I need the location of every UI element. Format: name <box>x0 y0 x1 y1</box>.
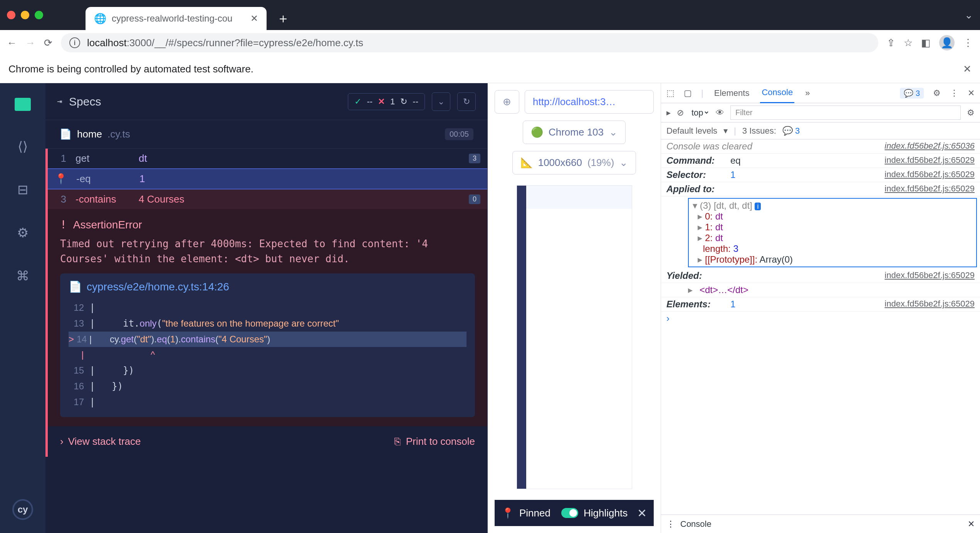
workspace: ⟨⟩ ⊟ ⚙ ⌘ cy ⇥ Specs ✓-- ✕1 ↻-- ⌄ ↻ 📄 hom… <box>0 83 980 533</box>
close-pinned-icon[interactable]: ✕ <box>637 506 647 520</box>
minimize-window-button[interactable] <box>21 11 29 19</box>
console-toolbar: ▸ ⊘ top 👁 Filter ⚙ <box>661 103 980 122</box>
sidebar-settings-icon[interactable]: ⚙ <box>17 225 29 240</box>
console-body: Console was cleared index.fd56be2f.js:65… <box>661 139 980 515</box>
viewport-selector[interactable]: 📐1000x660 (19%) ⌄ <box>512 151 636 174</box>
infobar-text: Chrome is being controlled by automated … <box>8 63 253 75</box>
forward-button[interactable]: → <box>25 37 35 49</box>
info-icon[interactable]: i <box>755 203 761 210</box>
devtools-settings-icon[interactable]: ⚙ <box>933 88 941 98</box>
clear-console-icon[interactable]: ⊘ <box>677 108 684 118</box>
console-prompt[interactable]: › <box>661 312 980 325</box>
yielded-element[interactable]: ▸<dt>…</dt> <box>661 283 980 297</box>
drawer-tab-console[interactable]: Console <box>680 519 712 529</box>
side-panel-icon[interactable]: ◧ <box>921 37 931 49</box>
fail-count: 1 <box>390 97 395 107</box>
print-console-link[interactable]: Print to console <box>406 436 475 448</box>
pin-icon: 📍 <box>55 173 67 185</box>
source-link[interactable]: index.fd56be2f.js:65029 <box>884 155 975 165</box>
duration-badge: 00:05 <box>445 128 473 140</box>
close-tab-icon[interactable]: ✕ <box>250 13 258 24</box>
command-row-pinned[interactable]: 📍 -eq 1 <box>48 168 487 189</box>
close-infobar-icon[interactable]: ✕ <box>963 63 972 75</box>
applied-to-expansion[interactable]: ▾ (3) [dt, dt, dt] i ▸ 0: dt ▸ 1: dt ▸ 2… <box>688 198 977 267</box>
aut-url[interactable]: http://localhost:3… <box>525 90 654 114</box>
address-bar[interactable]: i localhost:3000/__/#/specs/runner?file=… <box>61 33 878 52</box>
app-iframe-thumbnail[interactable] <box>517 185 632 489</box>
device-icon[interactable]: ▢ <box>684 88 692 98</box>
fail-icon: ✕ <box>378 97 385 107</box>
devtools-menu-icon[interactable]: ⋮ <box>950 88 958 98</box>
tab-elements[interactable]: Elements <box>713 84 751 103</box>
cmd-number: 3 <box>55 193 66 205</box>
command-row-error[interactable]: 3 -contains 4 Courses 0 <box>48 189 487 209</box>
bookmark-icon[interactable]: ☆ <box>904 37 913 49</box>
collapse-icon[interactable]: ⇥ <box>57 98 62 105</box>
reload-button[interactable]: ⟳ <box>44 37 52 49</box>
share-icon[interactable]: ⇪ <box>887 37 895 49</box>
highlights-toggle[interactable] <box>561 508 578 518</box>
levels-selector[interactable]: Default levels <box>666 126 717 136</box>
pass-icon: ✓ <box>354 97 361 107</box>
globe-icon: 🌐 <box>94 13 106 25</box>
console-row: Applied to: index.fd56be2f.js:65029 <box>661 182 980 196</box>
error-count-badge[interactable]: 💬 3 <box>900 88 924 99</box>
devtools-tabs: ⬚ ▢ | Elements Console » 💬 3 ⚙ ⋮ ✕ <box>661 83 980 103</box>
specs-header: ⇥ Specs ✓-- ✕1 ↻-- ⌄ ↻ <box>45 83 487 120</box>
console-sidebar-icon[interactable]: ▸ <box>666 108 671 118</box>
view-stack-link[interactable]: View stack trace <box>68 436 141 448</box>
source-link[interactable]: index.fd56be2f.js:65029 <box>884 184 975 194</box>
collapse-all-button[interactable]: ⌄ <box>432 92 450 111</box>
sidebar-debug-icon[interactable]: ⊟ <box>17 182 28 197</box>
file-name: home <box>77 128 102 140</box>
sidebar-shortcut-icon[interactable]: ⌘ <box>16 268 29 283</box>
source-link[interactable]: index.fd56be2f.js:65029 <box>884 270 975 280</box>
source-link[interactable]: index.fd56be2f.js:65029 <box>884 169 975 179</box>
back-button[interactable]: ← <box>7 37 17 49</box>
browser-tab[interactable]: 🌐 cypress-realworld-testing-cou ✕ <box>86 7 267 30</box>
maximize-window-button[interactable] <box>35 11 43 19</box>
pending-count: -- <box>413 97 418 107</box>
filter-input[interactable]: Filter <box>730 106 961 120</box>
chevron-right-icon: › <box>60 436 64 448</box>
cypress-reporter: ⇥ Specs ✓-- ✕1 ↻-- ⌄ ↻ 📄 home.cy.ts 00:0… <box>45 83 488 533</box>
sidebar-runs-icon[interactable]: ⟨⟩ <box>18 139 28 154</box>
pin-icon: 📍 <box>502 507 514 519</box>
app-preview-panel: ⊕ http://localhost:3… 🟢Chrome 103⌄ 📐1000… <box>488 83 661 533</box>
new-tab-button[interactable]: ＋ <box>277 10 290 27</box>
tab-console[interactable]: Console <box>760 83 794 103</box>
cmd-arg: 4 Courses <box>139 193 185 205</box>
profile-avatar[interactable]: 👤 <box>939 35 955 50</box>
browser-selector[interactable]: 🟢Chrome 103⌄ <box>523 121 626 144</box>
console-settings-icon[interactable]: ⚙ <box>967 108 975 118</box>
live-expr-icon[interactable]: 👁 <box>716 108 724 118</box>
source-link[interactable]: index.fd56be2f.js:65036 <box>884 141 975 151</box>
tab-more[interactable]: » <box>804 84 811 103</box>
browser-menu-icon[interactable]: ⋮ <box>963 37 973 49</box>
selector-playground-button[interactable]: ⊕ <box>495 90 519 114</box>
command-log: 1 get dt 3 📍 -eq 1 3 -contains 4 Courses… <box>45 149 487 457</box>
error-actions: › View stack trace ⎘ Print to console <box>48 426 487 457</box>
drawer-menu-icon[interactable]: ⋮ <box>666 519 675 529</box>
browser-toolbar: ← → ⟳ i localhost:3000/__/#/specs/runner… <box>0 30 980 55</box>
url-host: localhost <box>87 37 127 49</box>
error-panel: ! AssertionError Timed out retrying afte… <box>48 209 487 426</box>
source-link[interactable]: index.fd56be2f.js:65029 <box>884 299 975 309</box>
console-row: Command:eq index.fd56be2f.js:65029 <box>661 154 980 168</box>
close-window-button[interactable] <box>7 11 15 19</box>
rerun-button[interactable]: ↻ <box>457 92 476 111</box>
code-path[interactable]: 📄cypress/e2e/home.cy.ts:14:26 <box>69 280 467 293</box>
spec-file-row[interactable]: 📄 home.cy.ts 00:05 <box>45 120 487 149</box>
sidebar-specs-active[interactable] <box>15 98 31 111</box>
command-row[interactable]: 1 get dt 3 <box>48 149 487 168</box>
inspect-icon[interactable]: ⬚ <box>666 88 675 98</box>
close-drawer-icon[interactable]: ✕ <box>968 519 975 529</box>
automation-infobar: Chrome is being controlled by automated … <box>0 55 980 83</box>
tabstrip-chevron-icon[interactable]: ⌄ <box>965 9 973 21</box>
context-selector[interactable]: top <box>690 107 710 118</box>
close-devtools-icon[interactable]: ✕ <box>968 88 975 98</box>
issues-label[interactable]: 3 Issues: <box>742 126 776 136</box>
site-info-icon[interactable]: i <box>69 37 80 48</box>
cmd-arg: 1 <box>139 173 145 185</box>
specs-title: Specs <box>69 95 101 108</box>
